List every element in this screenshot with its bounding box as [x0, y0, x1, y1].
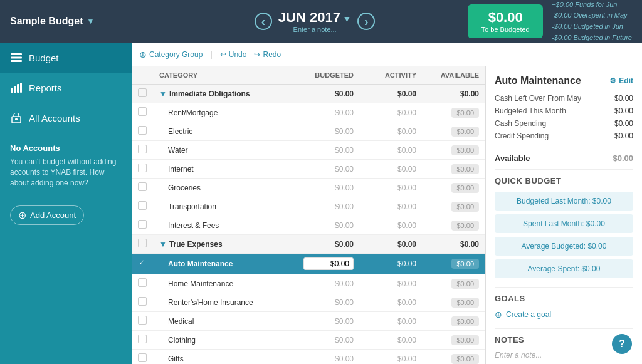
svg-rect-5 [17, 84, 19, 93]
help-button[interactable]: ? [612, 334, 632, 354]
table-row[interactable]: ▼Immediate Obligations$0.00$0.00$0.00 [132, 85, 485, 103]
table-row[interactable]: Internet$0.00$0.00$0.00 [132, 160, 485, 179]
row-checkbox[interactable] [138, 259, 147, 268]
row-checkbox[interactable] [138, 107, 147, 116]
row-checkbox[interactable] [138, 164, 147, 172]
redo-button[interactable]: ↪ Redo [254, 50, 281, 59]
row-category-name[interactable]: ▼True Expenses [153, 235, 285, 254]
toolbar-separator-1: | [210, 49, 212, 59]
row-checkbox[interactable] [138, 88, 147, 97]
row-checkbox-cell [132, 85, 153, 103]
row-checkbox[interactable] [138, 145, 147, 153]
row-budgeted[interactable]: $0.00 [285, 160, 360, 179]
expand-icon[interactable]: ▼ [159, 240, 167, 249]
row-checkbox[interactable] [138, 353, 147, 362]
table-row[interactable]: Rent/Mortgage$0.00$0.00$0.00 [132, 103, 485, 122]
expand-icon[interactable]: ▼ [159, 90, 167, 98]
table-row[interactable]: Transportation$0.00$0.00$0.00 [132, 197, 485, 216]
row-category-name[interactable]: Renter's/Home Insurance [153, 293, 285, 312]
row-category-name[interactable]: Rent/Mortgage [153, 103, 285, 122]
sidebar: Budget Reports All Accounts No Accounts … [0, 43, 132, 364]
row-budgeted[interactable]: $0.00 [285, 235, 360, 254]
edit-button[interactable]: ⚙ Edit [609, 76, 633, 85]
row-category-name[interactable]: Water [153, 141, 285, 160]
table-row[interactable]: Auto Maintenance$0.00$0.00 [132, 254, 485, 274]
sidebar-item-all-accounts[interactable]: All Accounts [0, 103, 132, 133]
row-checkbox[interactable] [138, 278, 147, 287]
prev-month-button[interactable]: ‹ [255, 13, 272, 30]
row-category-name[interactable]: Interest & Fees [153, 216, 285, 235]
quick-budget-item[interactable]: Average Spent: $0.00 [495, 259, 633, 278]
row-budgeted[interactable]: $0.00 [285, 122, 360, 141]
category-group-button[interactable]: ⊕ Category Group [139, 49, 203, 60]
row-checkbox[interactable] [138, 201, 147, 210]
budgeted-input[interactable] [303, 257, 354, 270]
row-category-name[interactable]: Transportation [153, 197, 285, 216]
row-budgeted[interactable]: $0.00 [285, 274, 360, 293]
row-budgeted[interactable]: $0.00 [285, 312, 360, 331]
row-category-name[interactable]: Internet [153, 160, 285, 179]
table-body: ▼Immediate Obligations$0.00$0.00$0.00Ren… [132, 85, 485, 365]
row-budgeted[interactable]: $0.00 [285, 179, 360, 197]
detail-value: $0.00 [614, 132, 633, 140]
sidebar-item-reports[interactable]: Reports [0, 73, 132, 103]
row-category-name[interactable]: Clothing [153, 331, 285, 350]
row-budgeted[interactable]: $0.00 [285, 141, 360, 160]
row-category-name[interactable]: ▼Immediate Obligations [153, 85, 285, 103]
quick-budget-item[interactable]: Spent Last Month: $0.00 [495, 214, 633, 233]
row-budgeted[interactable]: $0.00 [285, 331, 360, 350]
row-checkbox[interactable] [138, 239, 147, 247]
available-badge: $0.00 [451, 127, 479, 137]
row-activity: $0.00 [360, 160, 423, 179]
row-category-name[interactable]: Groceries [153, 179, 285, 197]
month-dropdown-arrow[interactable]: ▼ [343, 14, 352, 24]
row-checkbox-cell [132, 312, 153, 331]
quick-budget-item[interactable]: Average Budgeted: $0.00 [495, 237, 633, 256]
row-budgeted[interactable]: $0.00 [285, 197, 360, 216]
table-row[interactable]: Water$0.00$0.00$0.00 [132, 141, 485, 160]
row-category-name[interactable]: Gifts [153, 350, 285, 365]
row-budgeted[interactable] [285, 254, 360, 274]
add-account-button[interactable]: ⊕ Add Account [10, 205, 84, 225]
row-budgeted[interactable]: $0.00 [285, 85, 360, 103]
row-checkbox[interactable] [138, 297, 147, 306]
table-row[interactable]: Renter's/Home Insurance$0.00$0.00$0.00 [132, 293, 485, 312]
table-row[interactable]: Gifts$0.00$0.00$0.00 [132, 350, 485, 365]
top-bar: Sample Budget ▼ ‹ JUN 2017 ▼ Enter a not… [0, 0, 642, 43]
row-checkbox[interactable] [138, 335, 147, 343]
table-row[interactable]: ▼True Expenses$0.00$0.00$0.00 [132, 235, 485, 254]
row-checkbox[interactable] [138, 220, 147, 229]
sidebar-item-budget[interactable]: Budget [0, 43, 132, 73]
row-category-name[interactable]: Home Maintenance [153, 274, 285, 293]
available-badge: $0.00 [451, 298, 479, 308]
row-budgeted[interactable]: $0.00 [285, 350, 360, 365]
undo-button[interactable]: ↩ Undo [220, 50, 247, 59]
row-budgeted[interactable]: $0.00 [285, 103, 360, 122]
month-text: JUN 2017 ▼ [278, 9, 352, 26]
table-row[interactable]: Clothing$0.00$0.00$0.00 [132, 331, 485, 350]
row-checkbox[interactable] [138, 182, 147, 191]
table-row[interactable]: Medical$0.00$0.00$0.00 [132, 312, 485, 331]
notes-placeholder[interactable]: Enter a note... [495, 351, 633, 360]
table-row[interactable]: Groceries$0.00$0.00$0.00 [132, 179, 485, 197]
sidebar-item-budget-label: Budget [29, 53, 59, 63]
row-activity: $0.00 [360, 122, 423, 141]
create-goal-button[interactable]: ⊕ Create a goal [495, 309, 633, 320]
row-activity: $0.00 [360, 331, 423, 350]
budget-title[interactable]: Sample Budget ▼ [10, 16, 94, 27]
next-month-button[interactable]: › [357, 13, 375, 30]
info-line-3: -$0.00 Budgeted in Jun [552, 21, 632, 33]
row-budgeted[interactable]: $0.00 [285, 216, 360, 235]
table-row[interactable]: Home Maintenance$0.00$0.00$0.00 [132, 274, 485, 293]
quick-budget-item[interactable]: Budgeted Last Month: $0.00 [495, 192, 633, 211]
table-row[interactable]: Electric$0.00$0.00$0.00 [132, 122, 485, 141]
table-row[interactable]: Interest & Fees$0.00$0.00$0.00 [132, 216, 485, 235]
row-budgeted[interactable]: $0.00 [285, 293, 360, 312]
month-note[interactable]: Enter a note... [278, 26, 352, 33]
row-checkbox[interactable] [138, 126, 147, 135]
row-category-name[interactable]: Medical [153, 312, 285, 331]
row-checkbox[interactable] [138, 316, 147, 325]
row-category-name[interactable]: Auto Maintenance [153, 254, 285, 274]
row-category-name[interactable]: Electric [153, 122, 285, 141]
row-activity: $0.00 [360, 293, 423, 312]
